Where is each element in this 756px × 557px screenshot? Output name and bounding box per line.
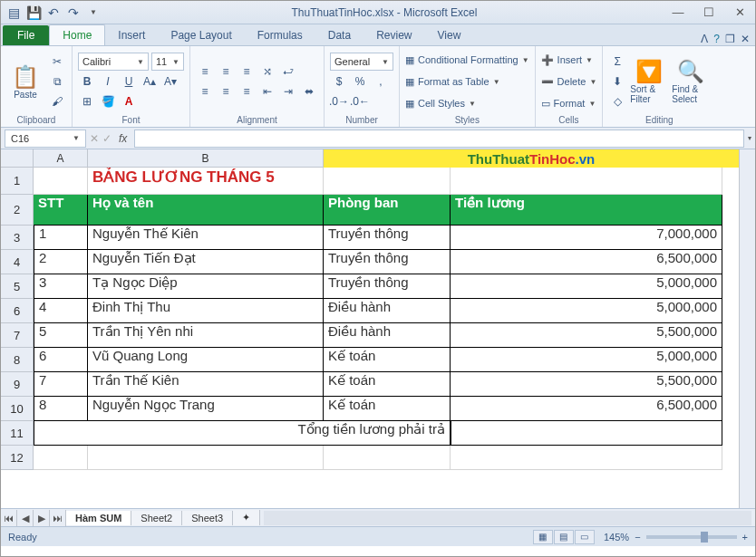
tab-home[interactable]: Home bbox=[49, 24, 105, 45]
cell[interactable]: 8 bbox=[34, 397, 88, 421]
qat-dropdown-icon[interactable]: ▼ bbox=[84, 4, 102, 22]
cancel-formula-icon[interactable]: ✕ bbox=[90, 132, 99, 145]
window-close-icon[interactable]: ✕ bbox=[741, 33, 750, 45]
redo-icon[interactable]: ↷ bbox=[64, 4, 82, 22]
row-header[interactable]: 11 bbox=[1, 421, 34, 446]
decrease-indent-icon[interactable]: ⇤ bbox=[258, 82, 276, 101]
tab-page-layout[interactable]: Page Layout bbox=[158, 25, 244, 45]
align-bottom-icon[interactable]: ≡ bbox=[237, 62, 256, 81]
increase-font-icon[interactable]: A▴ bbox=[141, 72, 159, 91]
row-header[interactable]: 3 bbox=[1, 226, 34, 250]
cell[interactable]: 5,000,000 bbox=[451, 348, 722, 372]
cell[interactable]: Truyền thông bbox=[324, 274, 451, 299]
conditional-formatting-button[interactable]: ▦Conditional Formatting ▼ bbox=[405, 51, 529, 69]
tab-formulas[interactable]: Formulas bbox=[245, 25, 315, 45]
row-header[interactable]: 5 bbox=[1, 274, 34, 299]
undo-icon[interactable]: ↶ bbox=[44, 4, 63, 22]
prev-sheet-icon[interactable]: ◀ bbox=[17, 510, 34, 526]
cell[interactable]: Kế toán bbox=[324, 397, 451, 421]
cell[interactable]: Trần Thị Yên nhi bbox=[88, 323, 324, 348]
horizontal-scrollbar[interactable] bbox=[264, 511, 751, 525]
decrease-font-icon[interactable]: A▾ bbox=[161, 72, 179, 91]
italic-button[interactable]: I bbox=[99, 72, 117, 91]
cell[interactable]: Vũ Quang Long bbox=[88, 348, 324, 372]
zoom-in-icon[interactable]: + bbox=[742, 532, 748, 543]
sheet-tab-1[interactable]: Hàm SUM bbox=[66, 511, 131, 525]
minimize-icon[interactable]: — bbox=[666, 4, 690, 22]
cell[interactable]: Tổng tiền lương phải trả bbox=[34, 421, 451, 446]
cell-styles-button[interactable]: ▦Cell Styles ▼ bbox=[405, 94, 529, 112]
vertical-scrollbar[interactable] bbox=[739, 149, 755, 508]
align-center-icon[interactable]: ≡ bbox=[217, 82, 235, 101]
new-sheet-icon[interactable]: ✦ bbox=[233, 510, 260, 525]
cell[interactable]: 5,000,000 bbox=[451, 274, 722, 299]
cut-icon[interactable]: ✂ bbox=[48, 53, 66, 71]
cell[interactable] bbox=[34, 446, 88, 470]
bold-button[interactable]: B bbox=[78, 72, 96, 91]
insert-button[interactable]: ➕Insert ▼ bbox=[541, 51, 597, 69]
cell[interactable]: Truyền thông bbox=[324, 226, 451, 250]
page-layout-view-icon[interactable]: ▤ bbox=[554, 530, 574, 544]
cell[interactable]: 7 bbox=[34, 372, 88, 397]
save-icon[interactable]: 💾 bbox=[24, 4, 43, 22]
format-as-table-button[interactable]: ▦Format as Table ▼ bbox=[405, 72, 529, 91]
close-icon[interactable]: ✕ bbox=[728, 4, 751, 22]
decrease-decimal-icon[interactable]: .0← bbox=[351, 92, 369, 110]
last-sheet-icon[interactable]: ⏭ bbox=[50, 510, 66, 526]
merge-icon[interactable]: ⬌ bbox=[300, 82, 318, 101]
page-break-view-icon[interactable]: ▭ bbox=[575, 530, 595, 544]
tab-view[interactable]: View bbox=[425, 25, 474, 45]
cell[interactable]: Họ và tên bbox=[88, 195, 324, 226]
paste-button[interactable]: 📋Paste bbox=[6, 49, 44, 114]
next-sheet-icon[interactable]: ▶ bbox=[34, 510, 50, 526]
align-right-icon[interactable]: ≡ bbox=[237, 82, 256, 101]
align-middle-icon[interactable]: ≡ bbox=[217, 62, 235, 81]
sheet-tab-2[interactable]: Sheet2 bbox=[131, 511, 182, 525]
number-format-combo[interactable]: General▼ bbox=[330, 53, 393, 71]
row-header[interactable]: 12 bbox=[1, 446, 34, 470]
row-header[interactable]: 1 bbox=[1, 168, 34, 195]
cell[interactable]: 1 bbox=[34, 226, 88, 250]
font-name-combo[interactable]: Calibri▼ bbox=[78, 53, 149, 71]
tab-insert[interactable]: Insert bbox=[105, 25, 158, 45]
row-header[interactable]: 8 bbox=[1, 348, 34, 372]
row-header[interactable]: 9 bbox=[1, 372, 34, 397]
currency-icon[interactable]: $ bbox=[330, 72, 348, 91]
help-icon[interactable]: ? bbox=[713, 33, 720, 45]
cell[interactable] bbox=[324, 168, 451, 195]
cell[interactable]: Tạ Ngọc Diệp bbox=[88, 274, 324, 299]
cell[interactable] bbox=[34, 168, 88, 195]
cell[interactable] bbox=[451, 421, 722, 446]
sheet-tab-3[interactable]: Sheet3 bbox=[182, 511, 233, 525]
cell[interactable]: 2 bbox=[34, 250, 88, 274]
cell[interactable] bbox=[451, 168, 722, 195]
tab-data[interactable]: Data bbox=[315, 25, 363, 45]
row-header[interactable]: 7 bbox=[1, 323, 34, 348]
orientation-icon[interactable]: ⤭ bbox=[258, 62, 276, 81]
col-header-a[interactable]: A bbox=[34, 149, 88, 168]
cell[interactable]: Điều hành bbox=[324, 323, 451, 348]
cell[interactable] bbox=[88, 446, 324, 470]
cell[interactable]: 7,000,000 bbox=[451, 226, 722, 250]
row-header[interactable]: 10 bbox=[1, 397, 34, 421]
cell[interactable]: Trần Thế Kiên bbox=[88, 372, 324, 397]
cell[interactable]: Nguyễn Tiến Đạt bbox=[88, 250, 324, 274]
underline-button[interactable]: U bbox=[120, 72, 138, 91]
find-select-button[interactable]: 🔍Find & Select bbox=[672, 49, 710, 114]
cell[interactable]: 6,500,000 bbox=[451, 397, 722, 421]
autosum-icon[interactable]: Σ bbox=[608, 53, 626, 71]
enter-formula-icon[interactable]: ✓ bbox=[102, 132, 111, 145]
cell[interactable]: Tiền lương bbox=[451, 195, 722, 226]
cell[interactable]: STT bbox=[34, 195, 88, 226]
increase-indent-icon[interactable]: ⇥ bbox=[279, 82, 297, 101]
cell[interactable]: Nguyễn Thế Kiên bbox=[88, 226, 324, 250]
cell[interactable]: Điều hành bbox=[324, 299, 451, 323]
cell[interactable] bbox=[324, 446, 451, 470]
cell[interactable]: Phòng ban bbox=[324, 195, 451, 226]
cells-area[interactable]: BẢNG LƯƠNG THÁNG 5STTHọ và tênPhòng banT… bbox=[34, 168, 739, 470]
cell[interactable]: Đinh Thị Thu bbox=[88, 299, 324, 323]
minimize-ribbon-icon[interactable]: ᐱ bbox=[701, 33, 708, 45]
fx-icon[interactable]: fx bbox=[115, 132, 131, 145]
cell[interactable]: 5 bbox=[34, 323, 88, 348]
fill-icon[interactable]: ⬇ bbox=[608, 72, 626, 91]
